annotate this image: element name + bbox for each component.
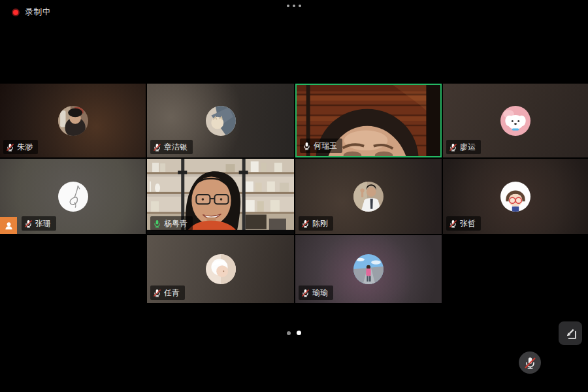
mic-muted-icon xyxy=(449,220,457,228)
participant-tile[interactable]: 朱渺 xyxy=(0,84,146,157)
participant-name: 张珊 xyxy=(35,218,51,229)
page-dot-2-current[interactable] xyxy=(297,331,301,335)
participant-tile[interactable]: 廖运 xyxy=(443,84,588,157)
name-label: 任青 xyxy=(150,286,185,300)
host-person-icon xyxy=(4,221,14,231)
participant-name: 陈刚 xyxy=(312,218,328,229)
participant-tile[interactable]: 杨粤青 xyxy=(147,159,294,234)
participant-tile-active-speaker[interactable]: 何瑞玉 xyxy=(295,84,442,157)
participant-tile[interactable]: 陈刚 xyxy=(295,159,442,234)
recording-indicator[interactable]: 录制中 xyxy=(12,7,52,18)
mic-muted-icon xyxy=(6,143,14,152)
avatar xyxy=(206,106,236,136)
host-badge xyxy=(0,217,17,234)
avatar xyxy=(500,182,531,212)
self-mic-muted-button[interactable] xyxy=(519,351,541,374)
name-label: 张哲 xyxy=(446,216,481,231)
participant-tile[interactable]: 张珊 xyxy=(0,159,146,234)
mic-muted-icon xyxy=(301,220,310,228)
avatar xyxy=(206,254,236,284)
minimize-view-button[interactable] xyxy=(559,321,582,345)
participant-name: 何瑞玉 xyxy=(314,140,337,152)
dot xyxy=(299,5,301,7)
name-label: 朱渺 xyxy=(3,140,38,154)
recording-label: 录制中 xyxy=(25,7,52,18)
mic-muted-icon xyxy=(153,143,161,152)
name-label: 廖运 xyxy=(446,140,481,154)
name-label: 杨粤青 xyxy=(150,216,193,231)
mic-muted-icon xyxy=(301,289,310,297)
participant-tile[interactable]: 张哲 xyxy=(443,159,588,234)
mic-muted-icon xyxy=(24,220,33,228)
participant-name: 瑜瑜 xyxy=(312,287,328,299)
participant-name: 章洁银 xyxy=(164,142,188,153)
participant-name: 廖运 xyxy=(460,142,476,153)
name-label: 张珊 xyxy=(22,216,56,231)
mic-muted-icon xyxy=(153,289,161,297)
avatar xyxy=(500,106,531,136)
participant-name: 张哲 xyxy=(460,218,476,229)
avatar xyxy=(58,106,88,136)
dot xyxy=(293,5,295,7)
page-dot-1[interactable] xyxy=(287,331,291,335)
mic-speaking-icon xyxy=(153,220,161,228)
participant-name: 朱渺 xyxy=(17,142,33,153)
pagination xyxy=(287,331,301,335)
name-label: 陈刚 xyxy=(299,216,333,231)
more-options-icon[interactable] xyxy=(287,5,301,7)
avatar xyxy=(58,182,88,212)
participant-name: 任青 xyxy=(164,287,180,299)
recording-dot-icon xyxy=(12,8,20,16)
participant-tile[interactable]: 瑜瑜 xyxy=(295,235,442,303)
avatar xyxy=(353,182,384,212)
participant-name: 杨粤青 xyxy=(164,218,188,229)
name-label: 章洁银 xyxy=(150,140,193,154)
avatar xyxy=(353,254,384,284)
mic-muted-icon xyxy=(449,143,457,152)
name-label: 何瑞玉 xyxy=(300,139,342,153)
minimize-icon xyxy=(563,326,578,340)
participant-tile[interactable]: 章洁银 xyxy=(147,84,294,157)
name-label: 瑜瑜 xyxy=(299,286,333,300)
mic-muted-icon xyxy=(524,357,536,369)
dot xyxy=(287,5,289,7)
participant-tile[interactable]: 任青 xyxy=(147,235,294,303)
mic-on-icon xyxy=(302,142,311,150)
